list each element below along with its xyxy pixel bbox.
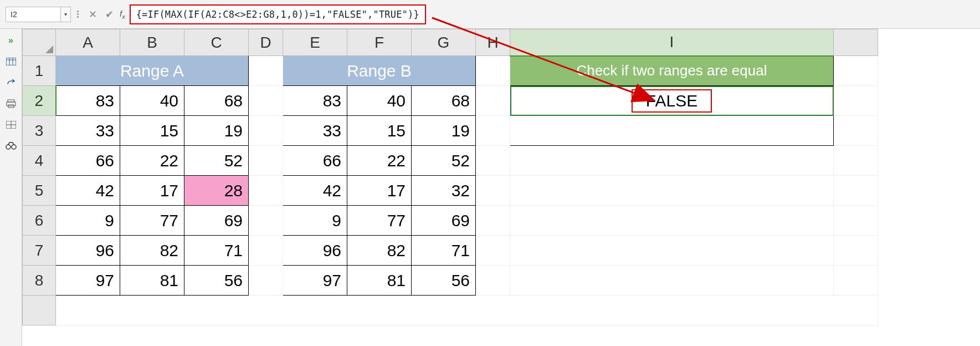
cell-H2[interactable] <box>476 86 510 116</box>
cell-I8[interactable] <box>510 266 834 296</box>
col-header-E[interactable]: E <box>283 29 347 56</box>
cell-A2[interactable]: 83 <box>56 86 120 116</box>
table-icon[interactable] <box>5 57 17 67</box>
select-all-corner[interactable] <box>23 29 56 56</box>
cell-row9[interactable] <box>56 296 878 325</box>
col-header-H[interactable]: H <box>476 29 510 56</box>
cell-H1[interactable] <box>476 56 510 86</box>
cell-B8[interactable]: 81 <box>120 266 184 296</box>
cell-D3[interactable] <box>249 116 283 146</box>
row-header-5[interactable]: 5 <box>23 176 56 206</box>
cell-J2[interactable] <box>834 86 878 116</box>
fx-label[interactable]: fx <box>120 9 125 20</box>
cell-B3[interactable]: 15 <box>120 116 184 146</box>
col-header-F[interactable]: F <box>347 29 412 56</box>
cell-E7[interactable]: 96 <box>283 236 347 266</box>
row-header-3[interactable]: 3 <box>23 116 56 146</box>
cell-A4[interactable]: 66 <box>56 146 120 176</box>
cell-C3[interactable]: 19 <box>184 116 249 146</box>
cell-F3[interactable]: 15 <box>347 116 412 146</box>
col-header-extra[interactable] <box>834 29 878 56</box>
cell-I4[interactable] <box>510 146 834 176</box>
cell-J4[interactable] <box>834 146 878 176</box>
col-header-G[interactable]: G <box>412 29 476 56</box>
cell-B4[interactable]: 22 <box>120 146 184 176</box>
row-header-9[interactable] <box>23 296 56 325</box>
cell-C7[interactable]: 71 <box>184 236 249 266</box>
cell-G8[interactable]: 56 <box>412 266 476 296</box>
row-header-8[interactable]: 8 <box>23 266 56 296</box>
row-header-2[interactable]: 2 <box>23 86 56 116</box>
row-header-1[interactable]: 1 <box>23 56 56 86</box>
cell-A5[interactable]: 42 <box>56 176 120 206</box>
cell-F5[interactable]: 17 <box>347 176 412 206</box>
row-header-7[interactable]: 7 <box>23 236 56 266</box>
cell-B5[interactable]: 17 <box>120 176 184 206</box>
cell-E3[interactable]: 33 <box>283 116 347 146</box>
spreadsheet-grid[interactable]: A B C D E F G H I 1 Range A Range B Chec… <box>22 29 980 346</box>
cell-A7[interactable]: 96 <box>56 236 120 266</box>
cell-C2[interactable]: 68 <box>184 86 249 116</box>
cell-H8[interactable] <box>476 266 510 296</box>
cell-G4[interactable]: 52 <box>412 146 476 176</box>
cell-G2[interactable]: 68 <box>412 86 476 116</box>
cell-H5[interactable] <box>476 176 510 206</box>
cell-A8[interactable]: 97 <box>56 266 120 296</box>
cell-E2[interactable]: 83 <box>283 86 347 116</box>
cell-G5[interactable]: 32 <box>412 176 476 206</box>
cell-F6[interactable]: 77 <box>347 206 412 236</box>
cell-J3[interactable] <box>834 116 878 146</box>
cell-C6[interactable]: 69 <box>184 206 249 236</box>
cell-E6[interactable]: 9 <box>283 206 347 236</box>
cell-D6[interactable] <box>249 206 283 236</box>
cell-D1[interactable] <box>249 56 283 86</box>
row-header-4[interactable]: 4 <box>23 146 56 176</box>
cell-H6[interactable] <box>476 206 510 236</box>
cell-A3[interactable]: 33 <box>56 116 120 146</box>
cell-F7[interactable]: 82 <box>347 236 412 266</box>
cell-E8[interactable]: 97 <box>283 266 347 296</box>
cell-I5[interactable] <box>510 176 834 206</box>
cancel-formula-button[interactable]: ✕ <box>84 7 101 22</box>
formula-input[interactable]: {=IF(MAX(IF(A2:C8<>E2:G8,1,0))=1,"FALSE"… <box>130 4 426 24</box>
name-box[interactable]: I2 <box>6 7 61 22</box>
cell-I3[interactable] <box>510 116 834 146</box>
cell-F8[interactable]: 81 <box>347 266 412 296</box>
cell-J6[interactable] <box>834 206 878 236</box>
cell-A6[interactable]: 9 <box>56 206 120 236</box>
cell-D4[interactable] <box>249 146 283 176</box>
cell-C4[interactable]: 52 <box>184 146 249 176</box>
cell-H4[interactable] <box>476 146 510 176</box>
check-header[interactable]: Check if two ranges are equal <box>510 56 834 86</box>
cell-B7[interactable]: 82 <box>120 236 184 266</box>
cell-D2[interactable] <box>249 86 283 116</box>
col-header-D[interactable]: D <box>249 29 283 56</box>
cell-I7[interactable] <box>510 236 834 266</box>
name-box-dropdown[interactable]: ▾ <box>61 7 71 22</box>
cell-H7[interactable] <box>476 236 510 266</box>
cell-D8[interactable] <box>249 266 283 296</box>
col-header-C[interactable]: C <box>184 29 249 56</box>
cell-E4[interactable]: 66 <box>283 146 347 176</box>
cell-H3[interactable] <box>476 116 510 146</box>
cell-I6[interactable] <box>510 206 834 236</box>
cell-J7[interactable] <box>834 236 878 266</box>
range-b-header[interactable]: Range B <box>283 56 476 86</box>
binoculars-icon[interactable] <box>5 141 17 151</box>
cell-J1[interactable] <box>834 56 878 86</box>
redo-icon[interactable] <box>5 78 17 88</box>
cell-C8[interactable]: 56 <box>184 266 249 296</box>
cell-D5[interactable] <box>249 176 283 206</box>
col-header-I[interactable]: I <box>510 29 834 56</box>
cell-G7[interactable]: 71 <box>412 236 476 266</box>
row-header-6[interactable]: 6 <box>23 206 56 236</box>
cell-J5[interactable] <box>834 176 878 206</box>
cell-G3[interactable]: 19 <box>412 116 476 146</box>
print-icon[interactable] <box>5 99 17 109</box>
cell-B2[interactable]: 40 <box>120 86 184 116</box>
cell-G6[interactable]: 69 <box>412 206 476 236</box>
cell-F2[interactable]: 40 <box>347 86 412 116</box>
cell-F4[interactable]: 22 <box>347 146 412 176</box>
accept-formula-button[interactable]: ✔ <box>101 7 117 22</box>
grid-icon[interactable] <box>5 120 17 130</box>
